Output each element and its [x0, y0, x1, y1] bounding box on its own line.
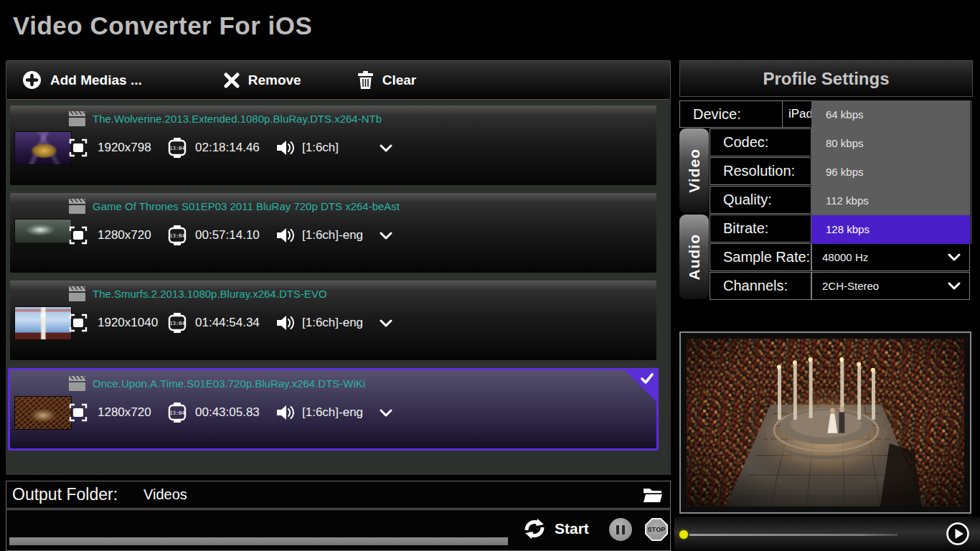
device-label: Device:: [680, 106, 741, 123]
duration-watch-icon: 13:04: [166, 225, 188, 246]
media-resolution: 1920x798: [98, 141, 164, 155]
tab-video-label: Video: [686, 149, 703, 193]
audio-speaker-icon: [275, 404, 295, 421]
media-duration: 00:57:14.10: [195, 228, 274, 242]
bitrate-dropdown: 64 kbps 80 kbps 96 kbps 112 kbps 128 kbp…: [811, 100, 972, 244]
bitrate-option-64[interactable]: 64 kbps: [811, 100, 970, 129]
chevron-down-icon[interactable]: [380, 319, 392, 327]
bitrate-option-128[interactable]: 128 kbps: [811, 215, 970, 244]
media-duration: 02:18:14.46: [195, 141, 274, 155]
bitrate-row[interactable]: Bitrate:: [710, 215, 811, 242]
codec-row[interactable]: Codec:: [710, 128, 811, 156]
resolution-icon: [69, 314, 88, 332]
preview-player-bar: [674, 517, 980, 551]
clear-label: Clear: [382, 72, 417, 88]
media-row-once-upon-a-time[interactable]: Once.Upon.A.Time.S01E03.720p.BluRay.x264…: [8, 368, 659, 451]
media-row-smurfs[interactable]: The.Smurfs.2.2013.1080p.Bluray.x264.DTS-…: [10, 281, 656, 360]
stop-octagon-icon: STOP: [646, 519, 666, 540]
svg-text:13:04: 13:04: [169, 410, 184, 416]
film-clapper-icon: [69, 111, 85, 126]
trash-icon: [357, 71, 374, 90]
clear-button[interactable]: Clear: [347, 61, 427, 99]
resolution-icon: [69, 226, 88, 245]
film-clapper-icon: [69, 376, 85, 391]
media-duration: 01:44:54.34: [195, 316, 274, 330]
pause-icon: [616, 525, 619, 534]
resolution-icon: [69, 138, 88, 157]
convert-sync-icon: [522, 516, 547, 542]
output-folder-row: Output Folder: Videos: [6, 481, 671, 509]
chevron-down-icon[interactable]: [948, 282, 961, 290]
chevron-down-icon[interactable]: [380, 409, 392, 417]
conversion-progress-bar: [9, 537, 508, 545]
svg-text:13:04: 13:04: [169, 233, 184, 239]
media-channels: [1:6ch]-eng: [302, 316, 371, 330]
media-list: The.Wolverine.2013.Extended.1080p.BluRay…: [6, 100, 671, 475]
seek-track[interactable]: [689, 534, 897, 536]
video-thumbnail: [14, 131, 72, 165]
plus-circle-icon: [22, 70, 42, 90]
media-channels: [1:6ch]: [302, 141, 371, 155]
audio-speaker-icon: [275, 139, 295, 156]
app-title: Video Converter For iOS: [13, 11, 312, 40]
chevron-down-icon[interactable]: [948, 253, 961, 261]
chevron-down-icon[interactable]: [380, 232, 392, 240]
seek-handle[interactable]: [679, 530, 688, 539]
media-resolution: 1280x720: [98, 405, 164, 420]
device-label-cell: Device:: [679, 100, 783, 128]
check-icon: [640, 372, 654, 385]
duration-watch-icon: 13:04: [166, 137, 188, 159]
output-folder-value[interactable]: Videos: [143, 486, 187, 503]
quality-row[interactable]: Quality:: [710, 186, 811, 214]
duration-watch-icon: 13:04: [166, 312, 188, 334]
media-channels: [1:6ch]-eng: [302, 228, 371, 242]
media-duration: 00:43:05.83: [195, 405, 274, 420]
film-clapper-icon: [69, 286, 85, 301]
video-thumbnail: [14, 219, 72, 253]
preview-image: [687, 339, 964, 507]
stop-button[interactable]: STOP: [645, 518, 668, 541]
sample-rate-label: Sample Rate:: [710, 249, 810, 265]
media-title: The.Wolverine.2013.Extended.1080p.BluRay…: [93, 113, 382, 125]
sample-rate-row[interactable]: Sample Rate:: [710, 243, 811, 271]
media-row-game-of-thrones[interactable]: Game Of Thrones S01EP03 2011 BluRay 720p…: [10, 193, 656, 273]
sample-rate-select[interactable]: 48000 Hz: [811, 243, 970, 271]
media-title: Once.Upon.A.Time.S01E03.720p.BluRay.x264…: [93, 377, 365, 390]
media-channels: [1:6ch]-eng: [302, 405, 371, 420]
x-icon: [224, 72, 240, 88]
start-button[interactable]: Start: [522, 516, 589, 542]
svg-text:13:04: 13:04: [169, 321, 184, 326]
transport-bar: Start STOP: [6, 509, 671, 551]
output-folder-label: Output Folder:: [12, 485, 118, 504]
video-thumbnail: [14, 306, 72, 340]
play-button[interactable]: [946, 522, 970, 546]
bitrate-option-112[interactable]: 112 kbps: [811, 187, 970, 215]
bitrate-label: Bitrate:: [710, 220, 768, 237]
quality-label: Quality:: [710, 192, 772, 208]
tab-video[interactable]: Video: [679, 128, 709, 213]
pause-button[interactable]: [609, 518, 632, 541]
device-value: iPad: [783, 107, 813, 121]
media-resolution: 1280x720: [98, 228, 164, 242]
bitrate-option-96[interactable]: 96 kbps: [811, 158, 970, 187]
remove-button[interactable]: Remove: [214, 61, 311, 99]
add-medias-button[interactable]: Add Medias ...: [12, 61, 152, 99]
chevron-down-icon[interactable]: [380, 144, 392, 152]
preview-panel: [679, 331, 971, 514]
resolution-icon: [69, 403, 88, 422]
tab-audio[interactable]: Audio: [679, 215, 709, 299]
channels-select[interactable]: 2CH-Stereo: [811, 272, 970, 300]
stop-label: STOP: [647, 526, 665, 533]
media-title: The.Smurfs.2.2013.1080p.Bluray.x264.DTS-…: [93, 288, 327, 300]
audio-speaker-icon: [275, 227, 295, 244]
channels-value: 2CH-Stereo: [812, 280, 879, 292]
media-title: Game Of Thrones S01EP03 2011 BluRay 720p…: [93, 200, 400, 212]
tab-audio-label: Audio: [686, 234, 703, 280]
audio-speaker-icon: [275, 314, 295, 331]
folder-icon[interactable]: [643, 486, 663, 503]
media-row-wolverine[interactable]: The.Wolverine.2013.Extended.1080p.BluRay…: [10, 105, 656, 185]
remove-label: Remove: [248, 72, 301, 88]
channels-row[interactable]: Channels:: [710, 272, 811, 300]
bitrate-option-80[interactable]: 80 kbps: [811, 129, 970, 158]
resolution-row[interactable]: Resolution:: [710, 157, 811, 185]
